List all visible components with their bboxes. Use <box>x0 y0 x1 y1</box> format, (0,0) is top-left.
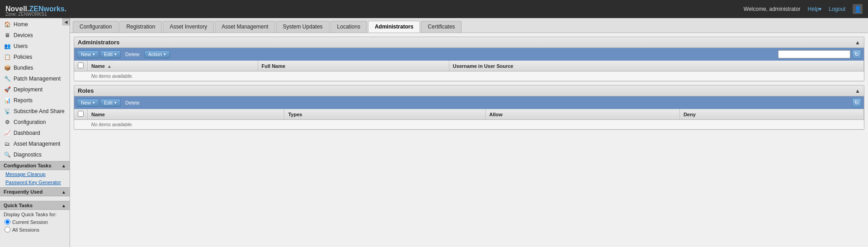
frequently-used-section-header[interactable]: Frequently Used ▲ <box>0 187 70 196</box>
main-content: Configuration Registration Asset Invento… <box>70 18 868 247</box>
sidebar-nav: 🏠 Home 🖥 Devices 👥 Users 📋 Policies 📦 Bu… <box>0 19 70 160</box>
administrators-name-header[interactable]: Name ▲ <box>88 61 258 71</box>
header-right: Welcome, administrator Help▾ Logout 👤 <box>744 4 863 14</box>
roles-edit-arrow: ▾ <box>114 100 117 105</box>
sidebar-item-configuration-label: Configuration <box>14 119 46 125</box>
frequently-used-toggle-icon[interactable]: ▲ <box>61 190 66 195</box>
sidebar-item-patch-management-label: Patch Management <box>14 76 61 82</box>
config-tasks-content: Message Cleanup Password Key Generator <box>0 170 70 186</box>
sidebar-item-bundles[interactable]: 📦 Bundles <box>0 62 70 73</box>
quick-tasks-toggle-icon[interactable]: ▲ <box>61 203 66 208</box>
patch-management-icon: 🔧 <box>4 75 11 82</box>
config-tasks-toggle-icon[interactable]: ▲ <box>61 163 66 168</box>
administrators-refresh-button[interactable]: ↻ <box>852 50 861 59</box>
administrators-new-arrow: ▾ <box>93 52 95 57</box>
roles-select-all-checkbox[interactable] <box>78 111 84 117</box>
all-sessions-label: All Sessions <box>12 227 39 233</box>
roles-new-arrow: ▾ <box>93 100 95 105</box>
password-key-generator-link[interactable]: Password Key Generator <box>0 178 70 186</box>
tab-certificates[interactable]: Certificates <box>421 21 462 33</box>
sidebar-item-patch-management[interactable]: 🔧 Patch Management <box>0 73 70 84</box>
sidebar-item-asset-management-label: Asset Management <box>14 141 60 147</box>
administrators-edit-button[interactable]: Edit ▾ <box>100 50 121 58</box>
sidebar-item-users-label: Users <box>14 43 28 49</box>
sidebar-item-subscribe-share-label: Subscribe And Share <box>14 108 65 114</box>
administrators-search-input[interactable] <box>778 50 850 58</box>
roles-empty-message: No items available. <box>88 120 864 129</box>
sidebar: ◀ 🏠 Home 🖥 Devices 👥 Users 📋 Policies 📦 … <box>0 18 70 247</box>
roles-panel-collapse-icon[interactable]: ▲ <box>855 88 860 94</box>
tab-locations[interactable]: Locations <box>330 21 367 33</box>
sidebar-collapse-button[interactable]: ◀ <box>62 18 70 25</box>
app-layout: ◀ 🏠 Home 🖥 Devices 👥 Users 📋 Policies 📦 … <box>0 18 868 247</box>
all-sessions-radio[interactable] <box>5 227 10 233</box>
logo-area: Novell. ZENworks. Zone: ZENWORKS1 <box>5 5 66 13</box>
roles-toolbar: New ▾ Edit ▾ Delete ↻ <box>74 96 864 109</box>
logout-link[interactable]: Logout <box>829 6 845 12</box>
quick-tasks-display-label: Display Quick Tasks for: <box>0 210 70 218</box>
roles-panel-header: Roles ▲ <box>74 86 864 96</box>
administrators-search-area: ↻ <box>778 50 861 59</box>
tab-asset-inventory[interactable]: Asset Inventory <box>163 21 214 33</box>
name-sort-icon: ▲ <box>107 64 112 69</box>
tab-configuration[interactable]: Configuration <box>73 21 118 33</box>
roles-refresh-button[interactable]: ↻ <box>852 98 861 107</box>
roles-new-button[interactable]: New ▾ <box>77 99 99 107</box>
sidebar-item-asset-management[interactable]: 🗂 Asset Management <box>0 138 70 149</box>
frequently-used-label: Frequently Used <box>4 189 42 195</box>
tab-registration[interactable]: Registration <box>119 21 162 33</box>
current-session-radio[interactable] <box>5 219 10 225</box>
sidebar-item-diagnostics[interactable]: 🔍 Diagnostics <box>0 149 70 160</box>
tab-administrators[interactable]: Administrators <box>368 21 420 33</box>
user-icon[interactable]: 👤 <box>853 4 863 14</box>
diagnostics-icon: 🔍 <box>4 151 11 158</box>
sidebar-item-users[interactable]: 👥 Users <box>0 41 70 52</box>
sidebar-item-reports-label: Reports <box>14 97 33 104</box>
sidebar-item-devices-label: Devices <box>14 32 33 38</box>
roles-new-label: New <box>81 100 91 105</box>
administrators-panel: Administrators ▲ New ▾ Edit ▾ Delete Act… <box>74 37 864 81</box>
quick-tasks-section-header[interactable]: Quick Tasks ▲ <box>0 201 70 210</box>
administrators-select-all-header <box>74 61 88 71</box>
administrators-panel-collapse-icon[interactable]: ▲ <box>855 39 860 46</box>
sidebar-item-deployment[interactable]: 🚀 Deployment <box>0 84 70 95</box>
sidebar-item-home[interactable]: 🏠 Home <box>0 19 70 30</box>
config-tasks-section-header[interactable]: Configuration Tasks ▲ <box>0 161 70 170</box>
administrators-delete-button[interactable]: Delete <box>122 51 143 58</box>
quick-tasks-all-sessions[interactable]: All Sessions <box>0 226 70 233</box>
tab-system-updates[interactable]: System Updates <box>276 21 330 33</box>
administrators-new-button[interactable]: New ▾ <box>77 50 99 58</box>
administrators-username-header[interactable]: Username in User Source <box>449 61 863 71</box>
message-cleanup-link[interactable]: Message Cleanup <box>0 170 70 178</box>
sidebar-item-reports[interactable]: 📊 Reports <box>0 95 70 106</box>
welcome-text: Welcome, administrator <box>744 6 801 12</box>
roles-types-header[interactable]: Types <box>284 109 486 120</box>
sidebar-item-deployment-label: Deployment <box>14 86 42 93</box>
administrators-fullname-header[interactable]: Full Name <box>258 61 449 71</box>
roles-edit-label: Edit <box>104 100 113 105</box>
tab-asset-management[interactable]: Asset Management <box>215 21 275 33</box>
administrators-select-all-checkbox[interactable] <box>78 62 84 68</box>
sidebar-item-dashboard[interactable]: 📈 Dashboard <box>0 128 70 138</box>
roles-allow-header[interactable]: Allow <box>486 109 680 120</box>
roles-deny-header[interactable]: Deny <box>679 109 863 120</box>
roles-edit-button[interactable]: Edit ▾ <box>100 99 121 107</box>
administrators-panel-title: Administrators <box>78 39 119 46</box>
roles-panel-title: Roles <box>78 87 94 94</box>
roles-name-header[interactable]: Name <box>88 109 284 120</box>
sidebar-item-configuration[interactable]: ⚙ Configuration <box>0 117 70 128</box>
home-icon: 🏠 <box>4 21 11 28</box>
sidebar-item-subscribe-share[interactable]: 📡 Subscribe And Share <box>0 106 70 117</box>
administrators-action-button[interactable]: Action ▾ <box>144 50 170 58</box>
sidebar-item-devices[interactable]: 🖥 Devices <box>0 30 70 41</box>
sidebar-item-policies[interactable]: 📋 Policies <box>0 52 70 62</box>
quick-tasks-current-session[interactable]: Current Session <box>0 218 70 226</box>
administrators-edit-label: Edit <box>104 52 113 57</box>
help-link[interactable]: Help▾ <box>808 6 822 12</box>
roles-delete-button[interactable]: Delete <box>122 99 143 106</box>
administrators-panel-header: Administrators ▲ <box>74 37 864 48</box>
administrators-empty-row: No items available. <box>74 71 864 81</box>
bundles-icon: 📦 <box>4 64 11 71</box>
roles-select-all-header <box>74 109 88 120</box>
sidebar-item-policies-label: Policies <box>14 54 32 60</box>
